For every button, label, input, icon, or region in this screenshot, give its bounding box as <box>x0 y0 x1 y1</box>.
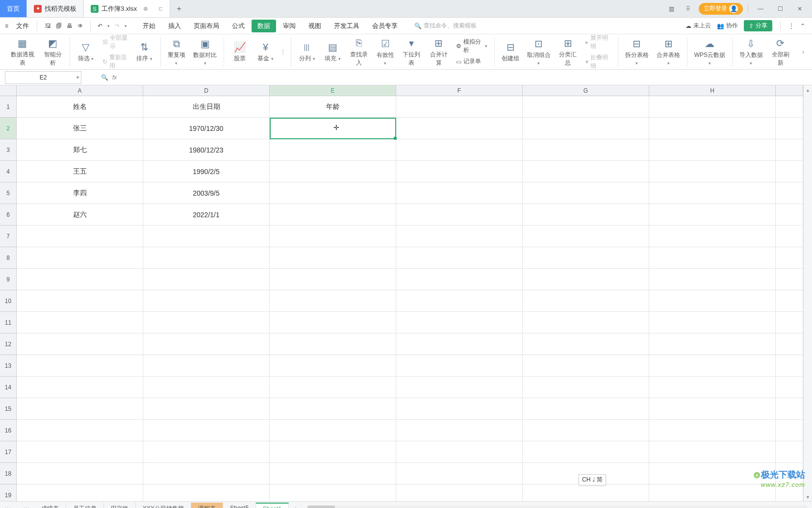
cell[interactable] <box>523 226 649 247</box>
cell[interactable] <box>649 269 776 290</box>
cell[interactable]: 1970/12/30 <box>143 118 270 139</box>
cell[interactable] <box>143 247 270 269</box>
row-header-13[interactable]: 13 <box>0 355 17 377</box>
cell[interactable] <box>270 333 396 355</box>
cell[interactable] <box>143 484 270 501</box>
cell[interactable]: 1990/2/5 <box>143 161 270 182</box>
merge-calc-button[interactable]: ⊞合并计算 <box>425 36 452 68</box>
cell[interactable] <box>649 247 776 269</box>
print-icon[interactable]: 🖶 <box>67 23 73 29</box>
cell[interactable] <box>270 226 396 247</box>
cell[interactable] <box>776 377 803 398</box>
layout-icon[interactable]: ▥ <box>665 3 677 15</box>
file-menu[interactable]: 文件 <box>11 20 34 32</box>
row-header-1[interactable]: 1 <box>0 96 17 118</box>
cell[interactable]: 李四 <box>17 182 143 204</box>
cell[interactable] <box>396 398 523 420</box>
cell[interactable] <box>270 204 396 226</box>
menu-tab-6[interactable]: 视图 <box>303 20 327 32</box>
menu-tab-2[interactable]: 页面布局 <box>188 20 225 32</box>
smart-analysis-button[interactable]: ◩智能分析 <box>39 36 66 68</box>
preview-icon[interactable]: 👁 <box>77 23 83 29</box>
select-all-corner[interactable] <box>0 85 17 96</box>
cell[interactable] <box>270 312 396 333</box>
cell[interactable] <box>776 269 803 290</box>
menu-tab-5[interactable]: 审阅 <box>277 20 302 32</box>
compare-button[interactable]: ▣数据对比 ▾ <box>189 36 221 67</box>
cell[interactable]: 2003/9/5 <box>143 182 270 204</box>
cell[interactable] <box>523 139 649 161</box>
tab-add[interactable]: + <box>170 0 188 17</box>
sheet-tab-6[interactable]: Sheet1 <box>256 503 289 508</box>
cell[interactable] <box>396 269 523 290</box>
cell[interactable] <box>17 420 143 441</box>
cell[interactable] <box>649 118 776 139</box>
row-header-12[interactable]: 12 <box>0 333 17 355</box>
undo-icon[interactable]: ↶ <box>98 23 102 29</box>
cell[interactable]: 张三 <box>17 118 143 139</box>
cell[interactable] <box>396 118 523 139</box>
cell[interactable] <box>143 333 270 355</box>
cell[interactable] <box>396 247 523 269</box>
cell[interactable] <box>396 161 523 182</box>
scroll-down-icon[interactable]: ▾ <box>804 492 812 501</box>
cell[interactable] <box>17 441 143 463</box>
cell[interactable] <box>523 420 649 441</box>
cell[interactable] <box>17 398 143 420</box>
cell[interactable] <box>270 355 396 377</box>
cell[interactable] <box>649 161 776 182</box>
cell[interactable] <box>270 139 396 161</box>
cloud-status[interactable]: ☁未上云 <box>685 22 711 30</box>
cell[interactable] <box>270 398 396 420</box>
cell[interactable] <box>649 377 776 398</box>
search-box[interactable]: 🔍 查找命令、搜索模板 <box>414 22 477 30</box>
col-header-H[interactable]: H <box>649 85 776 96</box>
sheet-prev-icon[interactable]: ‹ <box>13 505 17 508</box>
cell[interactable] <box>523 161 649 182</box>
cell[interactable] <box>270 420 396 441</box>
col-header-A[interactable]: A <box>17 85 143 96</box>
cell[interactable] <box>649 290 776 312</box>
cell[interactable] <box>649 441 776 463</box>
sheet-last-icon[interactable]: ⏭ <box>23 505 30 508</box>
cell[interactable] <box>396 204 523 226</box>
row-header-15[interactable]: 15 <box>0 398 17 420</box>
reapply-button[interactable]: ↻重新应用 <box>101 52 130 71</box>
import-data-button[interactable]: ⇩导入数据 ▾ <box>736 36 767 67</box>
cell[interactable] <box>776 247 803 269</box>
duplicates-button[interactable]: ⧉重复项 ▾ <box>164 36 190 67</box>
cell[interactable] <box>270 290 396 312</box>
cell[interactable] <box>776 355 803 377</box>
validation-button[interactable]: ☑有效性 ▾ <box>373 36 398 67</box>
split-table-button[interactable]: ⊟拆分表格 ▾ <box>621 36 653 67</box>
cell[interactable] <box>270 182 396 204</box>
cell[interactable] <box>143 420 270 441</box>
sheet-add-button[interactable]: + <box>289 505 303 508</box>
show-all-button[interactable]: ☒全部显示 <box>101 33 130 51</box>
cell[interactable] <box>396 377 523 398</box>
cell[interactable] <box>776 398 803 420</box>
menu-tab-8[interactable]: 会员专享 <box>366 20 404 32</box>
cell[interactable] <box>776 463 803 484</box>
menu-tab-3[interactable]: 公式 <box>226 20 251 32</box>
refresh-all-button[interactable]: ⟳全部刷新 <box>767 36 794 68</box>
save-as-icon[interactable]: 🗐 <box>56 23 62 29</box>
cell[interactable] <box>649 226 776 247</box>
ungroup-button[interactable]: ⊡取消组合 ▾ <box>523 36 554 67</box>
cell[interactable] <box>776 441 803 463</box>
cell[interactable] <box>523 290 649 312</box>
group-button[interactable]: ⊟创建组 <box>498 40 523 64</box>
cell[interactable] <box>396 355 523 377</box>
tab-pin-icon[interactable]: ⊏ <box>158 5 163 12</box>
cell[interactable] <box>649 463 776 484</box>
more-menu-icon[interactable]: ⋮ <box>788 23 794 29</box>
cell[interactable] <box>523 269 649 290</box>
cell[interactable] <box>270 484 396 501</box>
row-header-14[interactable]: 14 <box>0 377 17 398</box>
row-header-9[interactable]: 9 <box>0 269 17 290</box>
redo-dropdown[interactable]: ▾ <box>125 24 127 28</box>
cell[interactable]: 赵六 <box>17 204 143 226</box>
row-header-17[interactable]: 17 <box>0 441 17 463</box>
cell[interactable] <box>523 204 649 226</box>
cell[interactable] <box>143 290 270 312</box>
